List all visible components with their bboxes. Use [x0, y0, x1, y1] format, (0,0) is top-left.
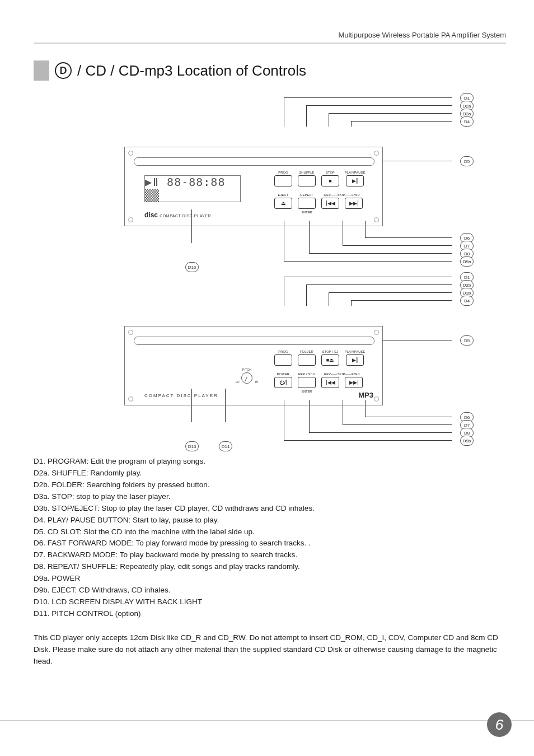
legend-line: D8. REPEAT/ SHUFFLE: Repeatedly play, ed…	[34, 561, 506, 573]
button-row-top: PROGSHUFFLESTOP■PLAY/PAUSE▶ǁ	[274, 171, 365, 186]
button-row-bottom: EJECT⏏REPEATENTERREV——SKIP——F.WDǀ◀◀▶▶ǀ	[274, 193, 363, 214]
button-row-top: PROGFOLDERSTOP / EJ■⏏PLAY/PAUSE▶ǁ	[274, 350, 365, 366]
disc-compatibility-note: This CD player only accepts 12cm Disk li…	[34, 632, 506, 668]
legend-line: D5. CD SLOT: Slot the CD into the machin…	[34, 526, 506, 538]
button-row-bottom: POWER⏻/ǀREP / SHUENTERREV——SKIP——F.WDǀ◀◀…	[274, 372, 363, 393]
skip-fwd-button: ▶▶ǀ	[345, 377, 363, 388]
panel-button: ⏻/ǀ	[274, 377, 292, 388]
legend-line: D2b. FOLDER: Searching folders by presse…	[34, 479, 506, 491]
legend-line: D6. FAST FORWARD MODE: To play forward m…	[34, 538, 506, 549]
panel-button: ▶ǁ	[346, 175, 364, 186]
skip-fwd-button: ▶▶ǀ	[345, 198, 363, 209]
callout: D4	[460, 116, 474, 127]
lcd-display: ▶ǁ 88‑88:88 ▒▒	[144, 175, 241, 202]
disc-brand: disc COMPACT DISC PLAYER	[144, 211, 211, 219]
panel-button	[298, 377, 316, 388]
cd-panel-diagram-2: D1 D2b D3b D4 D5 D6 D7 D8 D9b D10 D11 PI…	[74, 277, 466, 439]
cd-panel-2: PITCH LO HI COMPACT DISC PLAYER PROGFOLD…	[124, 326, 383, 405]
callout: D10	[185, 262, 199, 272]
panel-button	[298, 198, 316, 209]
skip-rev-button: ǀ◀◀	[321, 377, 339, 388]
callout: D9a	[460, 256, 474, 267]
callout: D5	[460, 156, 474, 166]
legend-line: D1. PROGRAM: Edit the program of playing…	[34, 456, 506, 468]
callout: D9b	[460, 436, 474, 446]
cd-slot	[134, 157, 374, 166]
panel-button: ■⏏	[321, 354, 339, 366]
legend-line: D9a. POWER	[34, 573, 506, 585]
legend-line: D11. PITCH CONTROL (option)	[34, 608, 506, 620]
page-number-badge: 6	[487, 712, 512, 737]
mp3-badge: MP3	[358, 391, 373, 399]
section-title-row: D / CD / CD-mp3 Location of Controls	[34, 60, 506, 81]
callout: D4	[460, 296, 474, 306]
legend-line: D4. PLAY/ PAUSE BUTTON: Start to lay, pa…	[34, 515, 506, 526]
panel-button	[298, 354, 316, 366]
panel-button	[274, 354, 292, 366]
callout: D11	[219, 441, 232, 451]
compact-disc-brand: COMPACT DISC PLAYER	[144, 393, 218, 398]
cd-slot	[134, 337, 374, 345]
legend-line: D7. BACKWARD MODE: To play backward mode…	[34, 549, 506, 561]
doc-header: Multipurpose Wireless Portable PA Amplif…	[338, 31, 506, 39]
panel-button	[274, 175, 292, 186]
legend-line: D9b. EJECT: CD Withdraws, CD inhales.	[34, 585, 506, 596]
title-chip	[34, 60, 49, 81]
header-rule	[34, 43, 506, 44]
section-title: / CD / CD-mp3 Location of Controls	[77, 62, 306, 80]
callout: D10	[185, 441, 199, 451]
panel-button: ⏏	[274, 198, 292, 209]
pitch-knob: PITCH LO HI	[237, 366, 257, 386]
legend-line: D2a. SHUFFLE: Randomly play.	[34, 468, 506, 479]
panel-button	[298, 175, 316, 186]
legend-line: D3a. STOP: stop to play the laser player…	[34, 491, 506, 503]
section-letter-circle: D	[55, 62, 72, 79]
callout: D5	[460, 335, 474, 346]
skip-rev-button: ǀ◀◀	[321, 198, 339, 209]
panel-button: ■	[321, 175, 339, 186]
legend-line: D3b. STOP/EJECT: Stop to play the laser …	[34, 503, 506, 515]
cd-panel-diagram-1: D1 D2a D3a D4 D5 D6 D7 D8 D9a D10 ▶ǁ 88‑…	[74, 97, 466, 260]
legend-line: D10. LCD SCREEN DISPLAY WITH BACK LIGHT	[34, 596, 506, 608]
panel-button: ▶ǁ	[346, 354, 364, 366]
cd-panel-1: ▶ǁ 88‑88:88 ▒▒ disc COMPACT DISC PLAYER …	[124, 147, 383, 226]
controls-legend: D1. PROGRAM: Edit the program of playing…	[34, 456, 506, 620]
